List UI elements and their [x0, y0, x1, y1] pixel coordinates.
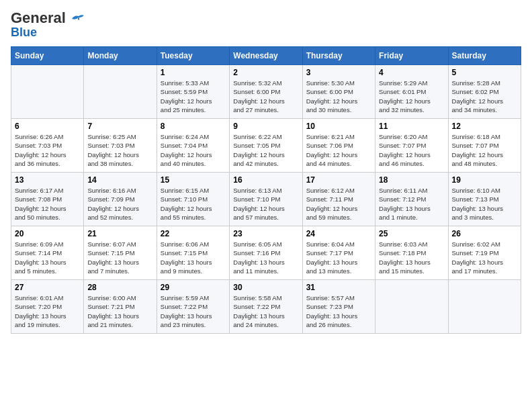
day-info: Sunrise: 6:00 AM Sunset: 7:21 PM Dayligh…	[87, 293, 152, 329]
day-info: Sunrise: 5:58 AM Sunset: 7:22 PM Dayligh…	[233, 293, 298, 329]
day-number: 11	[379, 122, 444, 131]
day-info: Sunrise: 6:12 AM Sunset: 7:11 PM Dayligh…	[306, 186, 371, 222]
calendar-day-cell: 19Sunrise: 6:10 AM Sunset: 7:13 PM Dayli…	[448, 173, 521, 226]
day-number: 17	[306, 175, 371, 185]
day-info: Sunrise: 6:16 AM Sunset: 7:09 PM Dayligh…	[87, 186, 152, 222]
day-info: Sunrise: 6:06 AM Sunset: 7:15 PM Dayligh…	[161, 240, 226, 275]
day-info: Sunrise: 6:22 AM Sunset: 7:05 PM Dayligh…	[233, 132, 298, 168]
day-number: 25	[379, 229, 444, 238]
day-info: Sunrise: 6:10 AM Sunset: 7:13 PM Dayligh…	[452, 186, 517, 222]
day-info: Sunrise: 5:59 AM Sunset: 7:22 PM Dayligh…	[161, 293, 226, 329]
calendar-body: 1Sunrise: 5:33 AM Sunset: 5:59 PM Daylig…	[11, 65, 521, 334]
calendar-day-cell: 2Sunrise: 5:32 AM Sunset: 6:00 PM Daylig…	[230, 65, 302, 119]
weekday-header-friday: Friday	[375, 47, 448, 65]
day-info: Sunrise: 6:18 AM Sunset: 7:07 PM Dayligh…	[452, 132, 517, 168]
calendar-day-cell: 28Sunrise: 6:00 AM Sunset: 7:21 PM Dayli…	[84, 280, 157, 334]
day-info: Sunrise: 6:13 AM Sunset: 7:10 PM Dayligh…	[233, 186, 298, 222]
calendar-day-cell: 23Sunrise: 6:05 AM Sunset: 7:16 PM Dayli…	[230, 226, 302, 280]
weekday-header-sunday: Sunday	[11, 47, 84, 65]
calendar-day-cell: 7Sunrise: 6:25 AM Sunset: 7:03 PM Daylig…	[84, 119, 157, 173]
day-info: Sunrise: 6:15 AM Sunset: 7:10 PM Dayligh…	[161, 186, 226, 222]
day-number: 18	[379, 175, 444, 185]
day-number: 20	[15, 229, 80, 238]
day-info: Sunrise: 5:30 AM Sunset: 6:00 PM Dayligh…	[306, 79, 371, 114]
logo-text-blue: Blue	[11, 26, 37, 40]
day-info: Sunrise: 6:09 AM Sunset: 7:14 PM Dayligh…	[15, 240, 80, 275]
calendar-day-cell: 21Sunrise: 6:07 AM Sunset: 7:15 PM Dayli…	[84, 226, 157, 280]
day-number: 13	[15, 175, 80, 185]
calendar-day-cell: 12Sunrise: 6:18 AM Sunset: 7:07 PM Dayli…	[448, 119, 521, 173]
day-number: 14	[87, 175, 152, 185]
logo-bird-icon	[71, 13, 85, 24]
calendar-day-cell: 30Sunrise: 5:58 AM Sunset: 7:22 PM Dayli…	[230, 280, 302, 334]
day-number: 19	[452, 175, 517, 185]
calendar-day-cell: 5Sunrise: 5:28 AM Sunset: 6:02 PM Daylig…	[448, 65, 521, 119]
calendar-day-cell: 14Sunrise: 6:16 AM Sunset: 7:09 PM Dayli…	[84, 173, 157, 226]
calendar-day-cell: 24Sunrise: 6:04 AM Sunset: 7:17 PM Dayli…	[302, 226, 375, 280]
calendar-day-cell: 3Sunrise: 5:30 AM Sunset: 6:00 PM Daylig…	[302, 65, 375, 119]
day-info: Sunrise: 5:33 AM Sunset: 5:59 PM Dayligh…	[161, 79, 226, 114]
calendar-day-cell	[11, 65, 84, 119]
calendar-header: SundayMondayTuesdayWednesdayThursdayFrid…	[11, 47, 521, 65]
calendar-day-cell: 9Sunrise: 6:22 AM Sunset: 7:05 PM Daylig…	[230, 119, 302, 173]
day-info: Sunrise: 6:17 AM Sunset: 7:08 PM Dayligh…	[15, 186, 80, 222]
weekday-header-wednesday: Wednesday	[230, 47, 302, 65]
day-number: 15	[161, 175, 226, 185]
day-number: 2	[233, 68, 298, 77]
day-number: 28	[87, 283, 152, 292]
calendar-day-cell: 29Sunrise: 5:59 AM Sunset: 7:22 PM Dayli…	[157, 280, 229, 334]
day-info: Sunrise: 5:57 AM Sunset: 7:23 PM Dayligh…	[306, 293, 371, 329]
calendar-day-cell: 11Sunrise: 6:20 AM Sunset: 7:07 PM Dayli…	[375, 119, 448, 173]
day-info: Sunrise: 6:26 AM Sunset: 7:03 PM Dayligh…	[15, 132, 80, 168]
day-info: Sunrise: 6:07 AM Sunset: 7:15 PM Dayligh…	[87, 240, 152, 275]
weekday-header-monday: Monday	[84, 47, 157, 65]
calendar-day-cell: 15Sunrise: 6:15 AM Sunset: 7:10 PM Dayli…	[157, 173, 229, 226]
day-number: 6	[15, 122, 80, 131]
day-info: Sunrise: 6:05 AM Sunset: 7:16 PM Dayligh…	[233, 240, 298, 275]
calendar-week-row: 13Sunrise: 6:17 AM Sunset: 7:08 PM Dayli…	[11, 173, 521, 226]
day-info: Sunrise: 6:24 AM Sunset: 7:04 PM Dayligh…	[161, 132, 226, 168]
calendar-day-cell: 20Sunrise: 6:09 AM Sunset: 7:14 PM Dayli…	[11, 226, 84, 280]
calendar-day-cell: 4Sunrise: 5:29 AM Sunset: 6:01 PM Daylig…	[375, 65, 448, 119]
day-number: 21	[87, 229, 152, 238]
calendar-week-row: 27Sunrise: 6:01 AM Sunset: 7:20 PM Dayli…	[11, 280, 521, 334]
day-number: 29	[161, 283, 226, 292]
day-number: 5	[452, 68, 517, 77]
day-info: Sunrise: 6:11 AM Sunset: 7:12 PM Dayligh…	[379, 186, 444, 222]
day-number: 31	[306, 283, 371, 292]
calendar-week-row: 6Sunrise: 6:26 AM Sunset: 7:03 PM Daylig…	[11, 119, 521, 173]
weekday-header-row: SundayMondayTuesdayWednesdayThursdayFrid…	[11, 47, 521, 65]
day-info: Sunrise: 6:02 AM Sunset: 7:19 PM Dayligh…	[452, 240, 517, 275]
day-number: 27	[15, 283, 80, 292]
calendar-day-cell	[84, 65, 157, 119]
day-info: Sunrise: 6:04 AM Sunset: 7:17 PM Dayligh…	[306, 240, 371, 275]
calendar-week-row: 1Sunrise: 5:33 AM Sunset: 5:59 PM Daylig…	[11, 65, 521, 119]
day-info: Sunrise: 6:03 AM Sunset: 7:18 PM Dayligh…	[379, 240, 444, 275]
day-number: 9	[233, 122, 298, 131]
calendar-day-cell: 1Sunrise: 5:33 AM Sunset: 5:59 PM Daylig…	[157, 65, 229, 119]
day-number: 16	[233, 175, 298, 185]
calendar-day-cell: 22Sunrise: 6:06 AM Sunset: 7:15 PM Dayli…	[157, 226, 229, 280]
calendar-day-cell: 26Sunrise: 6:02 AM Sunset: 7:19 PM Dayli…	[448, 226, 521, 280]
day-info: Sunrise: 6:21 AM Sunset: 7:06 PM Dayligh…	[306, 132, 371, 168]
day-number: 7	[87, 122, 152, 131]
calendar-day-cell: 10Sunrise: 6:21 AM Sunset: 7:06 PM Dayli…	[302, 119, 375, 173]
logo: General Blue	[11, 11, 85, 40]
day-info: Sunrise: 6:01 AM Sunset: 7:20 PM Dayligh…	[15, 293, 80, 329]
day-number: 3	[306, 68, 371, 77]
day-info: Sunrise: 5:29 AM Sunset: 6:01 PM Dayligh…	[379, 79, 444, 114]
day-number: 24	[306, 229, 371, 238]
calendar-day-cell: 31Sunrise: 5:57 AM Sunset: 7:23 PM Dayli…	[302, 280, 375, 334]
day-number: 22	[161, 229, 226, 238]
calendar-day-cell: 17Sunrise: 6:12 AM Sunset: 7:11 PM Dayli…	[302, 173, 375, 226]
calendar-day-cell: 6Sunrise: 6:26 AM Sunset: 7:03 PM Daylig…	[11, 119, 84, 173]
page-header: General Blue	[11, 11, 521, 40]
day-number: 8	[161, 122, 226, 131]
calendar-day-cell: 18Sunrise: 6:11 AM Sunset: 7:12 PM Dayli…	[375, 173, 448, 226]
calendar-day-cell: 16Sunrise: 6:13 AM Sunset: 7:10 PM Dayli…	[230, 173, 302, 226]
day-number: 10	[306, 122, 371, 131]
calendar-table: SundayMondayTuesdayWednesdayThursdayFrid…	[11, 46, 521, 334]
weekday-header-saturday: Saturday	[448, 47, 521, 65]
calendar-day-cell	[448, 280, 521, 334]
weekday-header-thursday: Thursday	[302, 47, 375, 65]
